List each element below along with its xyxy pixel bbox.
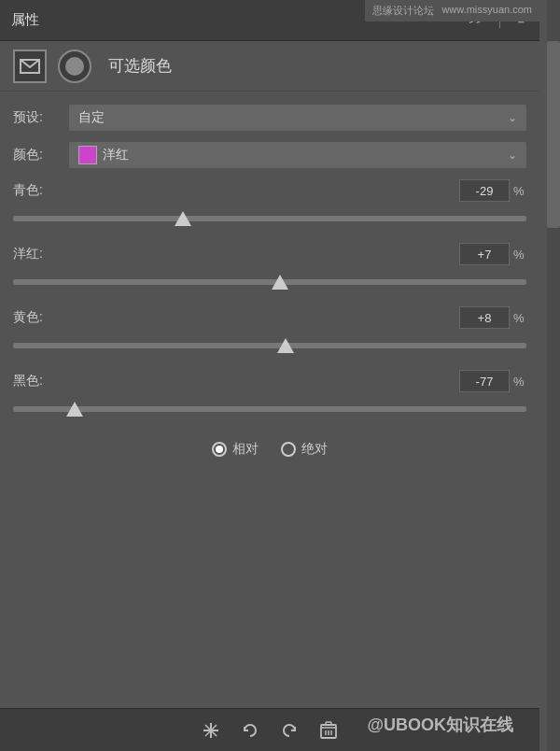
black-track [13,406,526,412]
preset-value: 自定 [78,109,105,126]
black-label: 黑色: [13,373,43,390]
radio-row: 相对 绝对 [13,441,526,458]
black-value-group: -77 % [459,370,526,392]
black-track-container[interactable] [13,396,526,422]
cyan-slider-header: 青色: -29 % [13,179,526,202]
black-value-box[interactable]: -77 [459,370,510,392]
main-panel: 思缘设计论坛 www.missyuan.com 属性 >> ≡ 可选颜色 预设: [0,0,539,751]
cyan-value-group: -29 % [459,179,526,202]
radio-absolute-label: 绝对 [301,441,328,458]
yellow-percent: % [513,311,526,325]
watermark-bar: 思缘设计论坛 www.missyuan.com [365,0,539,21]
color-dropdown[interactable]: 洋红 ⌄ [69,142,526,168]
preset-row: 预设: 自定 ⌄ [13,105,526,131]
magenta-track [13,279,526,285]
scrollbar[interactable] [547,0,560,751]
magenta-slider-section: 洋红: +7 % [13,243,526,295]
toolbar-btn-2[interactable] [237,717,263,744]
watermark-site1: 思缘设计论坛 [372,4,434,18]
radio-relative-inner [216,446,223,453]
preset-label: 预设: [13,109,60,126]
cyan-track-container[interactable] [13,205,526,232]
magenta-label: 洋红: [13,246,43,262]
cyan-label: 青色: [13,182,43,199]
radio-relative-outer [212,442,227,457]
yellow-slider-header: 黄色: +8 % [13,306,526,329]
cyan-slider-section: 青色: -29 % [13,179,526,232]
yellow-value-group: +8 % [459,306,526,329]
yellow-value-box[interactable]: +8 [459,306,510,329]
black-slider-section: 黑色: -77 % [13,370,526,422]
magenta-value-box[interactable]: +7 [459,243,510,265]
cyan-track [13,216,526,221]
scrollbar-thumb[interactable] [547,41,560,228]
preset-dropdown[interactable]: 自定 ⌄ [69,105,526,131]
envelope-button[interactable] [13,50,47,83]
color-value: 洋红 [103,147,129,163]
toolbar-btn-1[interactable] [198,717,224,744]
cyan-thumb[interactable] [175,211,191,226]
magenta-thumb[interactable] [272,275,288,290]
black-value: -77 [476,375,494,389]
bottom-watermark: @UBOOK知识在线 [367,714,513,736]
yellow-thumb[interactable] [277,338,294,353]
svg-rect-7 [326,722,331,725]
yellow-track [13,343,526,348]
cyan-value: -29 [476,184,494,198]
magenta-slider-header: 洋红: +7 % [13,243,526,265]
magenta-value: +7 [478,248,492,262]
color-swatch [78,146,97,164]
color-row: 颜色: 洋红 ⌄ [13,142,526,168]
magenta-percent: % [513,248,526,262]
radio-absolute-outer [281,442,296,457]
magenta-value-group: +7 % [459,243,526,265]
toolbar-btn-4[interactable] [315,717,342,744]
color-dropdown-arrow: ⌄ [508,149,517,162]
radio-absolute[interactable]: 绝对 [281,441,328,458]
color-label: 颜色: [13,147,60,163]
yellow-track-container[interactable] [13,333,526,359]
preset-dropdown-arrow: ⌄ [508,111,517,124]
yellow-label: 黄色: [13,309,43,326]
content-area: 预设: 自定 ⌄ 颜色: 洋红 ⌄ 青色: -2 [0,92,539,708]
yellow-slider-section: 黄色: +8 % [13,306,526,359]
yellow-value: +8 [478,311,492,325]
radio-relative[interactable]: 相对 [212,441,259,458]
black-thumb[interactable] [66,402,83,417]
magenta-track-container[interactable] [13,269,526,295]
watermark-site2: www.missyuan.com [441,4,532,18]
toolbar-btn-3[interactable] [276,717,302,744]
circle-inner [65,57,84,76]
layer-icons-row: 可选颜色 [0,41,539,92]
layer-title: 可选颜色 [108,55,172,77]
radio-relative-label: 相对 [232,441,259,458]
envelope-icon [20,59,40,74]
black-percent: % [513,375,526,389]
circle-button[interactable] [58,50,91,83]
black-slider-header: 黑色: -77 % [13,370,526,392]
cyan-value-box[interactable]: -29 [459,179,510,202]
cyan-percent: % [513,184,526,198]
